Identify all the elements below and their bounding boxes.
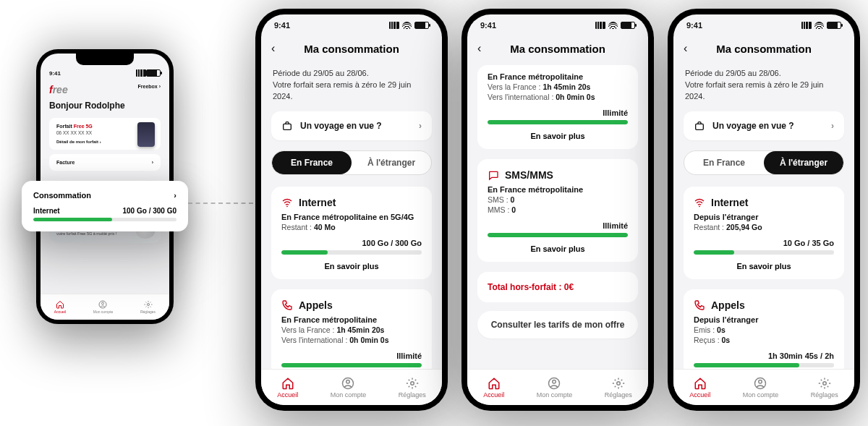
gear-icon: [144, 300, 153, 309]
home-icon: [694, 377, 707, 390]
phone-consommation-etranger: 9:41 ‹ Ma consommation Période du 29/05 …: [668, 9, 860, 411]
svg-point-7: [410, 381, 414, 385]
tab-en-france[interactable]: En France: [272, 151, 352, 174]
plan-card[interactable]: Forfait Free 5G 06 XX XX XX XX Détail de…: [49, 118, 161, 150]
total-hors-forfait: Total hors-forfait : 0€: [477, 272, 638, 302]
chevron-right-icon: ›: [174, 191, 176, 200]
svg-point-15: [822, 381, 826, 385]
phone-icon: [281, 299, 293, 311]
notch: [76, 54, 134, 65]
iphone-image: [137, 122, 155, 147]
conso-quota: 100 Go / 300 G0: [123, 207, 177, 215]
home-icon: [56, 300, 64, 309]
en-savoir-plus-link[interactable]: En savoir plus: [488, 244, 628, 253]
home-icon: [281, 377, 294, 390]
conso-label: Internet: [33, 207, 60, 215]
segment-control: En France À l'étranger: [271, 150, 432, 175]
tab-reglages[interactable]: Réglages: [605, 377, 632, 399]
suitcase-icon: [281, 120, 293, 132]
page-title: Ma consommation: [716, 43, 812, 55]
status-icons: [136, 69, 161, 77]
appels-card: Appels En France métropolitaine Vers la …: [271, 289, 432, 369]
page-title: Ma consommation: [510, 43, 605, 55]
status-time: 9:41: [49, 70, 61, 77]
tab-compte[interactable]: Mon compte: [743, 377, 779, 399]
appels-card: En France métropolitaine Vers la France …: [477, 65, 638, 149]
tab-compte[interactable]: Mon compte: [537, 377, 573, 399]
phone-consommation-scrolled: 9:41 ‹ Ma consommation En France métropo…: [461, 9, 654, 411]
gear-icon: [406, 377, 419, 390]
tab-compte[interactable]: Mon compte: [93, 300, 114, 314]
back-button[interactable]: ‹: [271, 42, 275, 55]
tab-accueil[interactable]: Accueil: [54, 300, 66, 314]
svg-point-6: [346, 380, 350, 383]
message-icon: [488, 169, 499, 181]
sms-card: SMS/MMS En France métropolitaine SMS : 0…: [477, 159, 638, 262]
tab-accueil[interactable]: Accueil: [689, 377, 710, 399]
progress-bar: [281, 363, 422, 367]
tab-a-letranger[interactable]: À l'étranger: [352, 151, 431, 174]
period-text: Période du 29/05 au 28/06.Votre forfait …: [685, 68, 843, 103]
page-title: Ma consommation: [304, 43, 399, 55]
tab-bar: Accueil Mon compte Réglages: [41, 294, 169, 320]
tarifs-button[interactable]: Consulter les tarifs de mon offre: [477, 311, 638, 338]
gear-icon: [612, 377, 625, 390]
voyage-row[interactable]: Un voyage en vue ? ›: [271, 111, 432, 140]
tab-a-letranger[interactable]: À l'étranger: [764, 151, 843, 174]
freebox-link[interactable]: Freebox ›: [137, 84, 161, 89]
svg-point-12: [699, 205, 700, 207]
progress-bar: [281, 250, 422, 255]
tab-en-france[interactable]: En France: [684, 151, 764, 174]
status-bar: 9:41: [261, 14, 442, 36]
greeting: Bonjour Rodolphe: [49, 101, 161, 111]
battery-icon: [414, 22, 429, 29]
period-text: Période du 29/05 au 28/06.Votre forfait …: [273, 68, 430, 103]
svg-point-4: [286, 205, 288, 207]
en-savoir-plus-link[interactable]: En savoir plus: [281, 262, 422, 270]
free-logo: free: [49, 84, 68, 96]
svg-rect-3: [284, 124, 292, 129]
svg-point-2: [147, 304, 149, 306]
appels-card: Appels Depuis l'étranger Emis : 0s Reçus…: [684, 289, 844, 369]
user-icon: [754, 377, 767, 390]
facture-row[interactable]: Facture›: [49, 154, 161, 171]
tab-accueil[interactable]: Accueil: [277, 377, 298, 399]
chevron-right-icon: ›: [419, 121, 422, 131]
user-icon: [548, 377, 561, 390]
home-icon: [488, 377, 501, 390]
wifi-icon: [402, 22, 412, 29]
gear-icon: [818, 377, 831, 390]
tab-bar: Accueil Mon compte Réglages: [673, 369, 854, 405]
progress-bar: [488, 233, 628, 237]
en-savoir-plus-link[interactable]: En savoir plus: [488, 132, 628, 140]
tab-reglages[interactable]: Réglages: [399, 377, 426, 399]
tab-bar: Accueil Mon compte Réglages: [261, 369, 442, 405]
signal-icon: [389, 22, 399, 29]
status-bar: 9:41: [673, 14, 854, 36]
conso-title: Consommation: [33, 191, 91, 200]
back-button[interactable]: ‹: [477, 42, 481, 55]
progress-bar: [694, 250, 834, 255]
tab-compte[interactable]: Mon compte: [331, 377, 367, 399]
status-bar: 9:41: [467, 14, 648, 36]
en-savoir-plus-link[interactable]: En savoir plus: [694, 262, 834, 270]
tab-reglages[interactable]: Réglages: [811, 377, 838, 399]
chevron-right-icon: ›: [831, 121, 834, 131]
internet-card: Internet En France métropolitaine en 5G/…: [271, 187, 432, 279]
appels-quota: Illimité: [281, 352, 422, 360]
back-button[interactable]: ‹: [684, 42, 687, 55]
voyage-row[interactable]: Un voyage en vue ? ›: [684, 111, 844, 140]
svg-point-9: [553, 380, 556, 383]
svg-point-1: [102, 302, 104, 304]
tab-reglages[interactable]: Réglages: [140, 300, 156, 314]
connector-line: [188, 203, 253, 204]
progress-bar: [33, 218, 176, 221]
phone-consommation-france: 9:41 ‹ Ma consommation Période du 29/05 …: [255, 9, 448, 411]
svg-point-10: [616, 381, 620, 385]
svg-point-14: [759, 380, 762, 383]
user-icon: [341, 377, 354, 390]
internet-quota: 100 Go / 300 Go: [281, 239, 422, 247]
tab-accueil[interactable]: Accueil: [483, 377, 504, 399]
phone-icon: [694, 299, 705, 311]
consommation-card-floating[interactable]: Consommation › Internet 100 Go / 300 G0: [22, 181, 188, 231]
